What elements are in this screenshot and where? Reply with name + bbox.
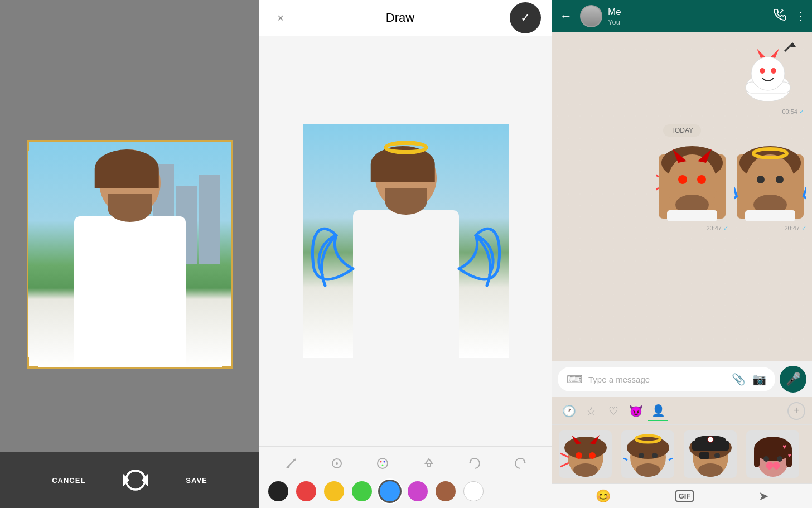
- crop-corner-tl: [27, 140, 38, 151]
- draw-canvas[interactable]: [303, 124, 509, 358]
- svg-point-8: [382, 465, 384, 466]
- building-3: [199, 175, 220, 264]
- color-blue[interactable]: [380, 481, 400, 501]
- message-time-1: 00:54 ✓: [732, 108, 804, 115]
- color-brown[interactable]: [436, 481, 456, 501]
- svg-point-46: [652, 453, 658, 458]
- sticker-thumb-3[interactable]: [684, 430, 737, 478]
- add-sticker-button[interactable]: +: [787, 402, 805, 420]
- color-white[interactable]: [463, 481, 484, 501]
- svg-point-6: [380, 461, 382, 463]
- svg-point-14: [771, 68, 776, 74]
- svg-point-53: [708, 437, 713, 442]
- more-options-button[interactable]: ⋮: [795, 9, 806, 23]
- svg-point-38: [576, 452, 582, 459]
- svg-point-13: [760, 68, 765, 74]
- svg-rect-27: [667, 210, 717, 221]
- svg-marker-16: [771, 49, 779, 58]
- sticker-devil-face: 20:47 ✓: [656, 143, 728, 232]
- svg-text:♥: ♥: [788, 452, 791, 458]
- mic-button[interactable]: 🎤: [780, 366, 806, 393]
- message-time-3: 20:47 ✓: [734, 225, 806, 232]
- devil-tab[interactable]: 😈: [626, 401, 646, 421]
- confirm-button[interactable]: ✓: [510, 2, 541, 33]
- draw-header: × Draw ✓: [259, 0, 552, 36]
- message-placeholder: Type a message: [588, 375, 726, 384]
- svg-rect-35: [745, 210, 795, 221]
- sticker-thumb-1[interactable]: [559, 430, 612, 478]
- sticker-devil-cat: [732, 40, 804, 107]
- svg-marker-15: [757, 49, 765, 58]
- chat-panel: ← Me You ⋮: [552, 0, 812, 508]
- svg-line-17: [785, 43, 793, 51]
- svg-point-44: [627, 437, 669, 459]
- camera-icon[interactable]: 📷: [752, 372, 766, 386]
- emoji-button[interactable]: 😊: [596, 489, 611, 504]
- close-button[interactable]: ×: [270, 8, 291, 28]
- crop-corner-tr: [222, 140, 233, 151]
- mic-icon: 🎤: [786, 372, 801, 386]
- chat-messages[interactable]: 00:54 ✓ TODAY: [552, 32, 812, 361]
- svg-point-39: [589, 452, 596, 459]
- avatar-image: [581, 6, 601, 26]
- brush-tool[interactable]: [281, 453, 301, 473]
- crop-panel: CANCEL SAVE: [0, 0, 259, 508]
- chat-header: ← Me You ⋮: [552, 0, 812, 32]
- date-badge: TODAY: [663, 124, 701, 137]
- input-icons: 📎 📷: [732, 372, 766, 386]
- svg-point-7: [384, 461, 385, 463]
- svg-point-32: [776, 176, 784, 183]
- fill-tool[interactable]: [419, 453, 439, 473]
- cancel-button[interactable]: CANCEL: [52, 476, 85, 485]
- circle-tool[interactable]: [327, 453, 347, 473]
- face-tab[interactable]: 👤: [648, 401, 668, 421]
- message-input-box[interactable]: ⌨ Type a message 📎 📷: [558, 367, 775, 391]
- share-button[interactable]: ➤: [758, 489, 768, 504]
- crop-corner-br: [222, 357, 233, 369]
- crop-corner-bl: [27, 357, 38, 369]
- color-palette: [268, 481, 543, 501]
- svg-point-45: [639, 453, 644, 458]
- canvas-person: [345, 146, 467, 358]
- svg-text:♥: ♥: [782, 443, 786, 451]
- save-button[interactable]: SAVE: [186, 476, 207, 485]
- contact-name[interactable]: Me: [608, 7, 768, 18]
- sticker-thumb-2[interactable]: [621, 430, 674, 478]
- color-green[interactable]: [352, 481, 372, 501]
- svg-point-12: [751, 57, 785, 90]
- chat-header-info: Me You: [608, 7, 768, 26]
- sticker-pair: 20:47 ✓: [656, 143, 806, 232]
- palette-tool[interactable]: [373, 453, 393, 473]
- draw-canvas-area[interactable]: [259, 36, 552, 446]
- hearts-tab[interactable]: ♡: [603, 401, 624, 421]
- contact-status: You: [608, 18, 768, 26]
- color-black[interactable]: [268, 481, 288, 501]
- undo-tool[interactable]: [465, 453, 485, 473]
- gif-button[interactable]: GIF: [675, 490, 694, 502]
- attachment-icon[interactable]: 📎: [732, 372, 746, 386]
- draw-toolbar: [259, 446, 552, 508]
- crop-image-container[interactable]: [27, 140, 233, 369]
- favorites-tab[interactable]: ☆: [581, 401, 601, 421]
- checkmark-icon: ✓: [520, 11, 530, 25]
- color-yellow[interactable]: [324, 481, 344, 501]
- redo-tool[interactable]: [510, 453, 530, 473]
- contact-avatar[interactable]: [580, 5, 602, 27]
- keyboard-icon[interactable]: ⌨: [567, 372, 583, 386]
- svg-point-4: [336, 462, 338, 465]
- call-button[interactable]: [774, 9, 786, 24]
- svg-point-61: [763, 456, 769, 462]
- tools-row: [268, 453, 543, 473]
- sticker-grid: ♥ ♥: [552, 425, 812, 483]
- draw-title: Draw: [386, 11, 414, 25]
- color-purple[interactable]: [408, 481, 428, 501]
- sticker-thumb-4[interactable]: ♥ ♥: [746, 430, 799, 478]
- rotate-icon[interactable]: [119, 469, 152, 491]
- svg-rect-54: [699, 452, 709, 459]
- svg-point-31: [757, 176, 765, 183]
- back-button[interactable]: ←: [558, 7, 574, 26]
- sticker-tabs: 🕐 ☆ ♡ 😈 👤 +: [552, 397, 812, 425]
- color-red[interactable]: [296, 481, 316, 501]
- svg-rect-9: [427, 463, 431, 466]
- recent-tab[interactable]: 🕐: [559, 401, 579, 421]
